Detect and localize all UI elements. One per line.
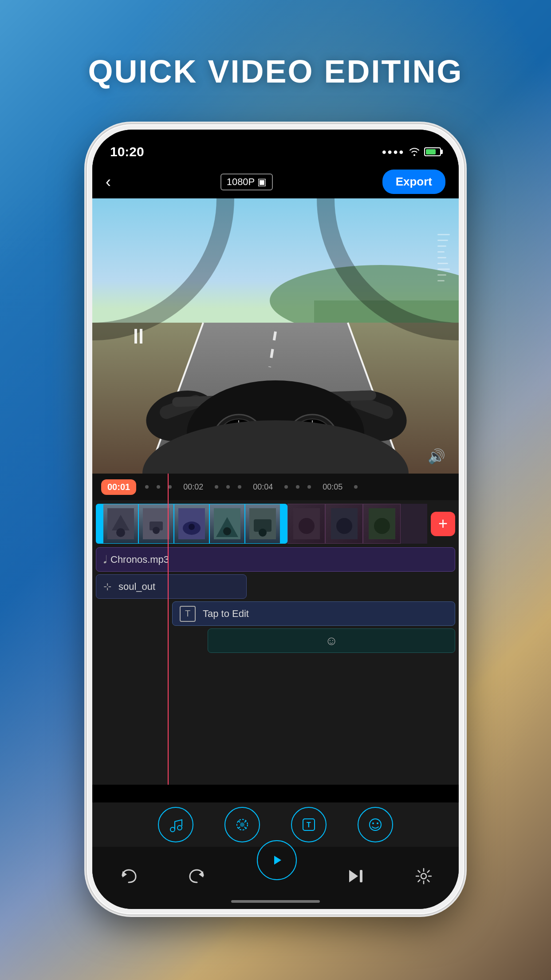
- pause-icon[interactable]: ⏸: [128, 324, 149, 348]
- track-thumb: [174, 504, 209, 544]
- track-thumb: [209, 504, 245, 544]
- track-handle-left[interactable]: [96, 504, 103, 544]
- sticker-track[interactable]: ☺: [208, 628, 455, 653]
- text-track-label: Tap to Edit: [203, 608, 249, 620]
- play-button[interactable]: [257, 840, 297, 880]
- back-button[interactable]: ‹: [106, 173, 111, 191]
- effects-tool-button[interactable]: [224, 807, 260, 842]
- slider-tick: [437, 234, 450, 235]
- audio-track-chronos[interactable]: 𝅘𝅥 Chronos.mp3: [96, 547, 455, 572]
- time-dot: [284, 485, 288, 489]
- time-label-5: 00:05: [323, 482, 342, 492]
- track-thumb: [138, 504, 174, 544]
- volume-icon[interactable]: 🔊: [428, 448, 445, 465]
- svg-point-56: [374, 518, 390, 534]
- signal-dots: ●●●●: [382, 147, 405, 157]
- svg-point-44: [189, 524, 195, 530]
- track-handle-right[interactable]: [280, 504, 287, 544]
- audio-track-soul-label: soul_out: [118, 581, 155, 593]
- effect-icon: ⊹: [103, 581, 111, 593]
- skip-forward-button[interactable]: [347, 868, 365, 888]
- volume-slider: [437, 234, 450, 281]
- time-dot: [296, 485, 299, 489]
- svg-point-63: [370, 819, 381, 830]
- time-dot: [145, 485, 149, 489]
- svg-point-64: [372, 822, 374, 824]
- bottom-bar: [92, 847, 459, 909]
- thumb-inner: [210, 504, 244, 543]
- phone-frame: 10:20 ●●●● ‹ 1080P ▣ Export: [87, 124, 464, 914]
- svg-marker-66: [122, 871, 127, 877]
- svg-point-52: [299, 518, 315, 534]
- video-area[interactable]: ⏸ 🔊: [92, 198, 459, 474]
- sticker-tool-button[interactable]: [358, 807, 393, 842]
- slider-tick: [437, 240, 448, 241]
- time-dot: [157, 485, 160, 489]
- status-icons: ●●●●: [382, 147, 441, 157]
- export-button[interactable]: Export: [382, 170, 445, 194]
- track-thumb: [103, 504, 138, 544]
- svg-point-38: [116, 528, 125, 537]
- emoji-icon: ☺: [325, 634, 338, 648]
- time-dot: [168, 485, 172, 489]
- text-icon: T: [180, 606, 196, 622]
- add-track-button[interactable]: +: [431, 512, 455, 536]
- redo-button[interactable]: [188, 868, 207, 889]
- current-time: 00:01: [101, 479, 136, 495]
- track-thumb: [245, 504, 280, 544]
- thumb-inner: [245, 504, 280, 543]
- resolution-badge: 1080P ▣: [220, 174, 273, 190]
- playhead: [168, 474, 169, 785]
- time-markers: 00:02 00:04 00:05: [145, 482, 450, 492]
- time-dot: [215, 485, 218, 489]
- settings-button[interactable]: [415, 868, 432, 889]
- svg-point-71: [421, 873, 426, 879]
- home-indicator: [231, 900, 320, 903]
- text-track[interactable]: T Tap to Edit: [172, 601, 455, 626]
- overflow-thumb: [325, 504, 363, 544]
- svg-marker-68: [274, 856, 281, 865]
- music-tool-button[interactable]: [158, 807, 193, 842]
- svg-point-57: [170, 827, 175, 832]
- slider-tick: [437, 280, 445, 281]
- overflow-thumb: [287, 504, 325, 544]
- thumb-inner: [174, 504, 209, 543]
- page-title: QUICK VIDEO EDITING: [0, 53, 551, 90]
- video-track[interactable]: +: [92, 504, 459, 544]
- svg-point-54: [336, 518, 352, 534]
- svg-point-50: [259, 529, 267, 537]
- slider-tick: [437, 274, 446, 276]
- svg-point-60: [240, 822, 244, 827]
- svg-point-58: [177, 826, 182, 830]
- thumb-inner: [103, 504, 138, 543]
- battery-icon: [424, 147, 441, 156]
- slider-tick: [437, 251, 445, 253]
- audio-track-label: Chronos.mp3: [110, 554, 169, 565]
- wifi-icon: [408, 147, 421, 157]
- status-bar: 10:20 ●●●●: [92, 130, 459, 165]
- svg-point-47: [223, 527, 231, 535]
- svg-text:T: T: [307, 821, 311, 829]
- slider-tick: [437, 269, 450, 270]
- audio-track-soul[interactable]: ⊹ soul_out: [96, 574, 247, 599]
- slider-tick: [437, 257, 446, 258]
- svg-point-65: [377, 822, 378, 824]
- svg-rect-70: [360, 870, 362, 882]
- phone-screen: 10:20 ●●●● ‹ 1080P ▣ Export: [92, 130, 459, 909]
- svg-point-41: [153, 527, 160, 534]
- text-tool-button[interactable]: T: [291, 807, 327, 842]
- top-bar: ‹ 1080P ▣ Export: [92, 165, 459, 198]
- svg-marker-67: [199, 871, 203, 877]
- time-dot: [226, 485, 230, 489]
- slider-tick: [437, 263, 448, 264]
- overflow-thumb: [363, 504, 401, 544]
- time-dot: [354, 485, 358, 489]
- track-overflow: [287, 504, 427, 544]
- timeline-section: 00:01 00:02 00:04 00:05: [92, 474, 459, 785]
- svg-marker-69: [349, 870, 358, 882]
- slider-tick: [437, 245, 446, 247]
- time-label-2: 00:02: [183, 482, 203, 492]
- time-ruler: 00:01 00:02 00:04 00:05: [92, 474, 459, 500]
- time-label-4: 00:04: [253, 482, 273, 492]
- undo-button[interactable]: [119, 868, 138, 889]
